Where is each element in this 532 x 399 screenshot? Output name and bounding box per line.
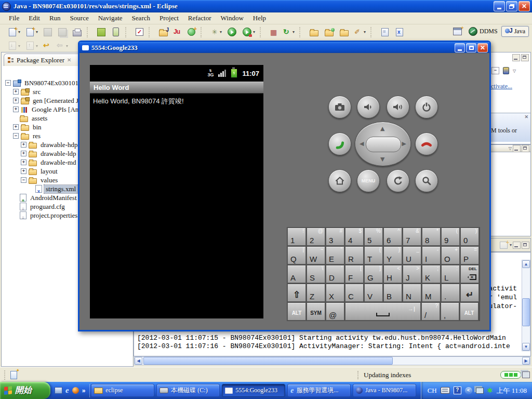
key-i[interactable]: I-	[422, 246, 441, 264]
taskbar-button-5554-google233[interactable]: 5554:Google233	[222, 384, 285, 397]
key-3[interactable]: 3#	[326, 228, 344, 246]
key-u[interactable]: U_	[403, 246, 421, 264]
print-button[interactable]	[70, 26, 84, 38]
new-class-button[interactable]	[185, 26, 198, 38]
key-n[interactable]: N	[403, 284, 421, 302]
internet-explorer-icon[interactable]: e	[65, 386, 69, 395]
external-tools-button[interactable]: ▾	[281, 26, 297, 38]
key-sym[interactable]: SYM	[307, 302, 325, 321]
horizontal-scroll-thumb[interactable]	[143, 357, 393, 365]
scroll-right-icon[interactable]: ▶	[522, 357, 530, 365]
new-java-wizard-button[interactable]: ▾	[23, 26, 40, 38]
activate-link[interactable]: ctivate...	[491, 83, 512, 90]
tree-expander-icon[interactable]: +	[21, 159, 26, 165]
key-x[interactable]: X	[326, 284, 344, 302]
panel-maximize-button[interactable]	[521, 54, 529, 61]
menu-project[interactable]: Project	[155, 13, 183, 23]
back-history-button[interactable]: ▾	[55, 40, 70, 51]
hangup-button[interactable]	[415, 132, 438, 155]
tray-app-icon[interactable]: ✱	[487, 387, 493, 395]
keyboard-layout-icon[interactable]	[441, 387, 450, 394]
menu-navigate[interactable]: Navigate	[94, 13, 127, 23]
menu-file[interactable]: File	[4, 13, 24, 23]
synchronize-icon[interactable]	[503, 67, 509, 74]
restore-button[interactable]	[506, 1, 517, 11]
key-t[interactable]: T{	[364, 246, 383, 264]
notification-close-icon[interactable]: ✕	[524, 115, 528, 119]
menu-button[interactable]: MENU	[357, 169, 380, 192]
tree-expander-icon[interactable]: −	[5, 80, 11, 86]
close-button[interactable]: ✕	[518, 1, 530, 11]
key-6[interactable]: 6^	[383, 228, 402, 246]
ime-help-icon[interactable]: ?	[454, 387, 461, 394]
menu-edit[interactable]: Edit	[24, 13, 45, 23]
key-m[interactable]: M	[422, 284, 441, 302]
open-task-button[interactable]	[307, 26, 321, 38]
perspective-java[interactable]: Java	[501, 26, 529, 37]
dpad-up-icon[interactable]: ▲	[380, 126, 384, 131]
tree-expander-icon[interactable]: +	[13, 89, 19, 95]
view-menu-icon[interactable]: ▽	[513, 69, 516, 73]
key-del[interactable]: DEL✕	[460, 265, 479, 283]
perspective-ddms[interactable]: DDMS	[465, 25, 501, 37]
save-button[interactable]	[41, 26, 55, 38]
dpad[interactable]: ▲ ▼ ◀ ▶	[355, 122, 411, 166]
key-k[interactable]: K;	[422, 265, 441, 283]
key-z[interactable]: Z	[307, 284, 325, 302]
key-v[interactable]: V	[364, 284, 383, 302]
run-as-button[interactable]: ▾	[240, 25, 257, 38]
quick-launch-more-icon[interactable]: »	[82, 387, 86, 394]
previous-annotation-button[interactable]: ▾	[23, 39, 40, 52]
taskbar-button-c[interactable]: 本機磁碟 (C:)	[156, 384, 220, 397]
volume-down-button[interactable]	[357, 96, 380, 118]
key-at[interactable]: @	[326, 302, 344, 321]
key-l[interactable]: L:	[441, 265, 460, 283]
dpad-down-icon[interactable]: ▼	[380, 156, 384, 162]
network-tray-icon[interactable]	[476, 388, 484, 394]
emulator-minimize-button[interactable]	[455, 43, 465, 52]
tree-expander-icon[interactable]: +	[21, 151, 26, 156]
emulator-titlebar[interactable]: 5554:Google233 ✕	[79, 42, 489, 53]
key-4[interactable]: 4$	[345, 228, 364, 246]
scroll-up-icon[interactable]: ▲	[522, 260, 530, 268]
key-o[interactable]: O+	[441, 246, 460, 264]
dpad-right-icon[interactable]: ▶	[402, 141, 406, 147]
key-g[interactable]: G]	[364, 265, 383, 283]
tab-close-icon[interactable]: ✕	[67, 57, 71, 63]
phone-screen[interactable]: ⇅3G 11:07 Hello Word Hello World, BN9807…	[90, 65, 263, 318]
android-sdk-manager-button[interactable]	[95, 26, 108, 38]
panel-minimize-button[interactable]	[512, 54, 520, 61]
key-8[interactable]: 8*	[422, 228, 441, 246]
key-alt[interactable]: ALT	[460, 302, 478, 321]
taskbar-button-item[interactable]: e服務學習選塡...	[287, 384, 351, 397]
next-annotation-button[interactable]: ▾	[6, 39, 22, 52]
key-f[interactable]: F[	[345, 265, 364, 283]
mark-occurrences-button[interactable]	[378, 26, 392, 38]
tree-expander-icon[interactable]: +	[13, 124, 19, 130]
save-all-button[interactable]	[56, 26, 69, 38]
tree-expander-icon[interactable]: +	[13, 107, 19, 112]
tree-expander-icon[interactable]: +	[13, 98, 19, 103]
open-file-button[interactable]	[337, 26, 351, 38]
outline-minimize-button[interactable]	[513, 145, 521, 152]
tab-package-explorer[interactable]: Package Explorer ✕	[4, 54, 87, 66]
annotate-button[interactable]: ▾	[352, 26, 368, 38]
menu-search[interactable]: Search	[127, 13, 155, 23]
tray-collapse-icon[interactable]: <	[465, 387, 472, 394]
key-b[interactable]: B	[383, 284, 402, 302]
key-enter[interactable]: ↵	[460, 284, 479, 302]
background-jobs-icon[interactable]	[522, 371, 530, 378]
console-minimize-button[interactable]	[513, 242, 521, 249]
minimize-button[interactable]	[494, 1, 505, 11]
junit-button[interactable]	[171, 26, 184, 38]
key-r[interactable]: R`	[345, 246, 364, 264]
key-s[interactable]: S\	[307, 265, 325, 283]
run-button[interactable]	[225, 25, 239, 38]
outline-maximize-button[interactable]	[522, 145, 529, 152]
console-vertical-scrollbar[interactable]: ▲ ▼	[522, 260, 530, 351]
dpad-center-button[interactable]	[366, 137, 401, 152]
key-0[interactable]: 0)	[460, 228, 479, 246]
vertical-scroll-thumb[interactable]	[522, 298, 530, 326]
key-y[interactable]: Y}	[383, 246, 402, 264]
key-h[interactable]: H<	[383, 265, 402, 283]
